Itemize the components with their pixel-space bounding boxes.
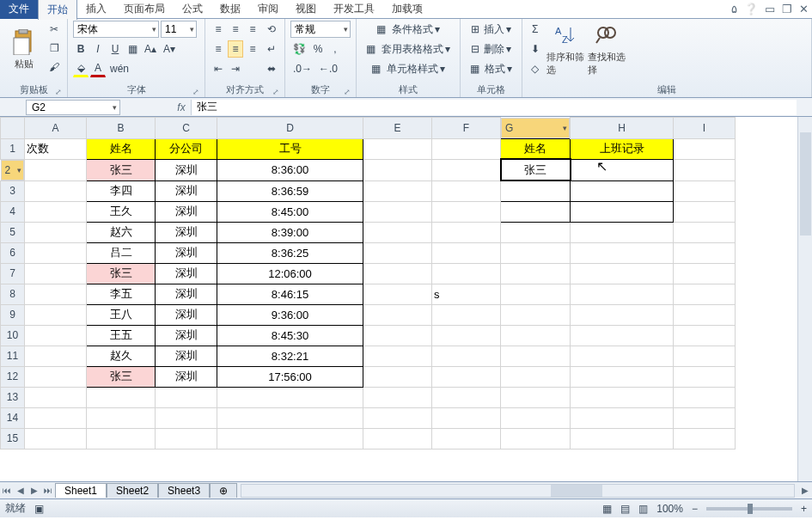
view-normal-icon[interactable]: ▦	[602, 503, 612, 515]
cell[interactable]: 姓名	[87, 138, 156, 159]
col-header[interactable]: C	[156, 118, 217, 139]
align-bottom-button[interactable]: ≡	[245, 21, 260, 38]
col-header[interactable]: D	[217, 118, 363, 139]
cell[interactable]: 8:36:00	[217, 159, 363, 180]
cell[interactable]: 8:32:21	[217, 346, 363, 366]
align-top-button[interactable]: ≡	[211, 21, 226, 38]
cell[interactable]	[674, 201, 736, 222]
row-header[interactable]: 4	[1, 201, 25, 222]
cell[interactable]	[432, 325, 501, 346]
col-header[interactable]: E	[363, 118, 432, 139]
cell[interactable]	[571, 242, 674, 263]
sheet-nav-prev[interactable]: ◀	[14, 486, 27, 495]
cell[interactable]	[363, 346, 432, 366]
tab-review[interactable]: 审阅	[249, 0, 287, 19]
cell[interactable]	[674, 387, 736, 407]
cell[interactable]	[674, 407, 736, 428]
cell[interactable]	[432, 138, 501, 159]
horizontal-scrollbar[interactable]	[241, 484, 795, 498]
cell[interactable]	[571, 428, 674, 449]
cell[interactable]	[501, 284, 571, 304]
cell[interactable]	[217, 407, 363, 428]
format-cells-button[interactable]: ▦ 格式 ▾	[466, 60, 516, 77]
zoom-level[interactable]: 100%	[656, 503, 683, 515]
cell[interactable]	[501, 263, 571, 284]
row-header[interactable]: 3	[1, 180, 25, 201]
copy-button[interactable]: ❐	[46, 40, 62, 57]
select-all-corner[interactable]	[1, 118, 25, 139]
row-header[interactable]: 8	[1, 284, 25, 304]
cell[interactable]	[217, 387, 363, 407]
cell[interactable]: 吕二	[87, 242, 156, 263]
find-select-button[interactable]: 查找和选择	[588, 21, 626, 77]
cell[interactable]	[432, 407, 501, 428]
cell[interactable]	[501, 222, 571, 242]
cell[interactable]	[432, 428, 501, 449]
sheet-nav-first[interactable]: ⏮	[0, 486, 14, 495]
delete-cells-button[interactable]: ⊟ 删除 ▾	[466, 40, 516, 58]
cell[interactable]	[674, 263, 736, 284]
cell[interactable]: 李五	[87, 284, 156, 304]
cell[interactable]	[25, 180, 87, 201]
row-header[interactable]: 15	[1, 428, 25, 449]
window-close-icon[interactable]: ✕	[796, 3, 812, 15]
sheet-nav-next[interactable]: ▶	[27, 486, 41, 495]
cell[interactable]	[571, 284, 674, 304]
cell[interactable]: 深圳	[156, 180, 217, 201]
cell[interactable]: 12:06:00	[217, 263, 363, 284]
cell[interactable]	[432, 222, 501, 242]
cell[interactable]: 9:36:00	[217, 304, 363, 325]
cell[interactable]	[363, 304, 432, 325]
cell[interactable]: 8:36:25	[217, 242, 363, 263]
row-header[interactable]: 2	[1, 160, 25, 180]
increase-indent-button[interactable]: ⇥	[228, 60, 243, 77]
insert-cells-button[interactable]: ⊞ 插入 ▾	[466, 21, 516, 38]
row-header[interactable]: 5	[1, 222, 25, 242]
paste-button[interactable]: 粘贴	[5, 21, 43, 77]
cell[interactable]	[25, 304, 87, 325]
cell[interactable]	[217, 428, 363, 449]
cell[interactable]: 姓名	[501, 138, 571, 159]
row-header[interactable]: 10	[1, 325, 25, 346]
border-button[interactable]: ▦	[125, 40, 140, 58]
italic-button[interactable]: I	[90, 40, 106, 58]
cell[interactable]: 张三	[87, 366, 156, 387]
zoom-out-button[interactable]: −	[692, 503, 698, 515]
cell[interactable]	[571, 201, 674, 222]
align-center-button[interactable]: ≡	[228, 40, 243, 58]
comma-button[interactable]: ,	[327, 40, 343, 58]
sheet-tab[interactable]: Sheet1	[55, 483, 107, 498]
clear-button[interactable]: ◇	[528, 60, 543, 77]
cell[interactable]	[432, 242, 501, 263]
tab-home[interactable]: 开始	[38, 0, 77, 20]
cell[interactable]	[674, 325, 736, 346]
cell[interactable]	[25, 159, 87, 180]
cell[interactable]	[501, 366, 571, 387]
cell[interactable]: 赵六	[87, 222, 156, 242]
fx-icon[interactable]: fx	[172, 101, 191, 113]
cell[interactable]	[156, 387, 217, 407]
cell[interactable]	[501, 346, 571, 366]
cell[interactable]	[363, 366, 432, 387]
view-pagebreak-icon[interactable]: ▥	[638, 503, 648, 515]
cell[interactable]	[674, 159, 736, 180]
cell[interactable]: 李四	[87, 180, 156, 201]
sort-filter-button[interactable]: AZ 排序和筛选	[546, 21, 584, 77]
cell[interactable]	[25, 366, 87, 387]
col-header[interactable]: A	[25, 118, 87, 139]
wrap-text-button[interactable]: ↵	[264, 40, 279, 58]
font-name-select[interactable]: 宋体	[73, 21, 159, 38]
cell[interactable]: 深圳	[156, 159, 217, 180]
view-layout-icon[interactable]: ▤	[620, 503, 630, 515]
cell[interactable]	[25, 325, 87, 346]
percent-button[interactable]: %	[310, 40, 326, 58]
cell[interactable]: 深圳	[156, 263, 217, 284]
table-format-button[interactable]: ▦ 套用表格格式 ▾	[362, 40, 455, 58]
worksheet[interactable]: ABCDEFGHI1次数姓名分公司工号姓名上班记录2张三深圳8:36:00张三3…	[0, 117, 812, 481]
cell[interactable]: 17:56:00	[217, 366, 363, 387]
cell[interactable]	[674, 428, 736, 449]
font-size-select[interactable]: 11	[161, 21, 197, 38]
cell[interactable]	[571, 222, 674, 242]
row-header[interactable]: 9	[1, 304, 25, 325]
col-header[interactable]: I	[674, 118, 736, 139]
